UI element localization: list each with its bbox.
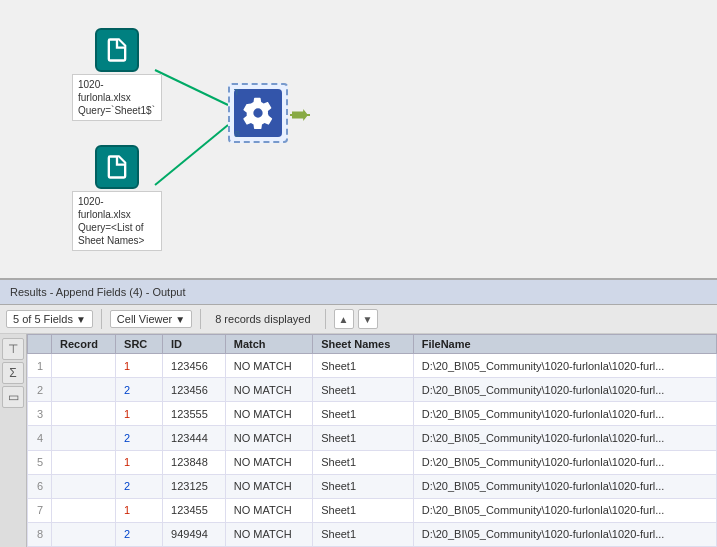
cell-filename: D:\20_BI\05_Community\1020-furlonla\1020… [413,378,716,402]
cell-sheet: Sheet1 [313,474,414,498]
cell-filename: D:\20_BI\05_Community\1020-furlonla\1020… [413,450,716,474]
toolbar-separator-1 [101,309,102,329]
results-toolbar: 5 of 5 Fields ▼ Cell Viewer ▼ 8 records … [0,305,717,334]
cell-viewer-button[interactable]: Cell Viewer ▼ [110,310,192,328]
cell-sheet: Sheet1 [313,450,414,474]
book-icon-1 [95,28,139,72]
cell-id: 123444 [163,426,226,450]
cell-id: 123125 [163,474,226,498]
col-header-match: Match [225,335,312,354]
cell-match: NO MATCH [225,402,312,426]
records-count: 8 records displayed [209,313,316,325]
results-header: Results - Append Fields (4) - Output [0,280,717,305]
cell-match: NO MATCH [225,378,312,402]
results-panel: Results - Append Fields (4) - Output 5 o… [0,280,717,547]
table-row[interactable]: 6 2 123125 NO MATCH Sheet1 D:\20_BI\05_C… [28,474,717,498]
cell-match: NO MATCH [225,522,312,546]
cell-filename: D:\20_BI\05_Community\1020-furlonla\1020… [413,402,716,426]
row-num: 2 [28,378,52,402]
input-node-2[interactable]: 1020-furlonla.xlsx Query=<List of Sheet … [72,145,162,251]
cell-src: 2 [116,522,163,546]
toolbar-separator-2 [200,309,201,329]
svg-line-1 [155,125,228,185]
cell-id: 949494 [163,522,226,546]
cell-record [52,498,116,522]
cell-id: 123456 [163,378,226,402]
row-num: 4 [28,426,52,450]
gear-icon [234,89,282,137]
cell-record [52,354,116,378]
cell-record [52,378,116,402]
table-row[interactable]: 1 1 123456 NO MATCH Sheet1 D:\20_BI\05_C… [28,354,717,378]
row-num: 8 [28,522,52,546]
cell-sheet: Sheet1 [313,498,414,522]
cell-id: 123455 [163,498,226,522]
cell-src: 2 [116,378,163,402]
cell-src: 1 [116,498,163,522]
book-icon-2 [95,145,139,189]
fields-selector-button[interactable]: 5 of 5 Fields ▼ [6,310,93,328]
table-row[interactable]: 7 1 123455 NO MATCH Sheet1 D:\20_BI\05_C… [28,498,717,522]
table-row[interactable]: 3 1 123555 NO MATCH Sheet1 D:\20_BI\05_C… [28,402,717,426]
cell-match: NO MATCH [225,498,312,522]
chevron-down-icon: ▼ [76,314,86,325]
cell-id: 123555 [163,402,226,426]
column-icon[interactable]: ▭ [2,386,24,408]
cell-match: NO MATCH [225,354,312,378]
cell-filename: D:\20_BI\05_Community\1020-furlonla\1020… [413,474,716,498]
cell-src: 1 [116,450,163,474]
table-row[interactable]: 4 2 123444 NO MATCH Sheet1 D:\20_BI\05_C… [28,426,717,450]
nav-down-button[interactable]: ▼ [358,309,378,329]
col-header-record-label: Record [52,335,116,354]
row-num: 3 [28,402,52,426]
table-row[interactable]: 8 2 949494 NO MATCH Sheet1 D:\20_BI\05_C… [28,522,717,546]
input-node-1[interactable]: 1020-furlonla.xlsx Query=`Sheet1$` [72,28,162,121]
cell-sheet: Sheet1 [313,354,414,378]
cell-id: 123848 [163,450,226,474]
sigma-icon[interactable]: Σ [2,362,24,384]
cell-filename: D:\20_BI\05_Community\1020-furlonla\1020… [413,498,716,522]
col-header-sheet: Sheet Names [313,335,414,354]
nav-up-button[interactable]: ▲ [334,309,354,329]
svg-line-0 [155,70,228,105]
data-table-container[interactable]: Record SRC ID Match Sheet Names FileName… [27,334,717,547]
cell-match: NO MATCH [225,450,312,474]
cell-record [52,402,116,426]
filter-icon[interactable]: ⊤ [2,338,24,360]
cell-sheet: Sheet1 [313,378,414,402]
cell-match: NO MATCH [225,426,312,450]
row-num: 5 [28,450,52,474]
col-header-src: SRC [116,335,163,354]
cell-record [52,522,116,546]
cell-filename: D:\20_BI\05_Community\1020-furlonla\1020… [413,522,716,546]
cell-sheet: Sheet1 [313,426,414,450]
node-2-label: 1020-furlonla.xlsx Query=<List of Sheet … [72,191,162,251]
row-num: 7 [28,498,52,522]
cell-record [52,450,116,474]
cell-sheet: Sheet1 [313,522,414,546]
workflow-canvas: 1020-furlonla.xlsx Query=`Sheet1$` 1020-… [0,0,717,280]
results-table: Record SRC ID Match Sheet Names FileName… [27,334,717,547]
cell-src: 1 [116,354,163,378]
cell-filename: D:\20_BI\05_Community\1020-furlonla\1020… [413,426,716,450]
cell-src: 2 [116,474,163,498]
row-num: 6 [28,474,52,498]
cell-src: 1 [116,402,163,426]
cell-sheet: Sheet1 [313,402,414,426]
col-header-record [28,335,52,354]
cell-id: 123456 [163,354,226,378]
table-row[interactable]: 5 1 123848 NO MATCH Sheet1 D:\20_BI\05_C… [28,450,717,474]
toolbar-separator-3 [325,309,326,329]
cell-record [52,474,116,498]
left-sidebar: ⊤ Σ ▭ [0,334,27,547]
output-arrow [292,109,308,121]
cell-record [52,426,116,450]
table-row[interactable]: 2 2 123456 NO MATCH Sheet1 D:\20_BI\05_C… [28,378,717,402]
col-header-id: ID [163,335,226,354]
chevron-down-icon-2: ▼ [175,314,185,325]
row-num: 1 [28,354,52,378]
cell-src: 2 [116,426,163,450]
cell-filename: D:\20_BI\05_Community\1020-furlonla\1020… [413,354,716,378]
table-wrapper: ⊤ Σ ▭ Record SRC ID Match Sheet Names Fi… [0,334,717,547]
cell-match: NO MATCH [225,474,312,498]
